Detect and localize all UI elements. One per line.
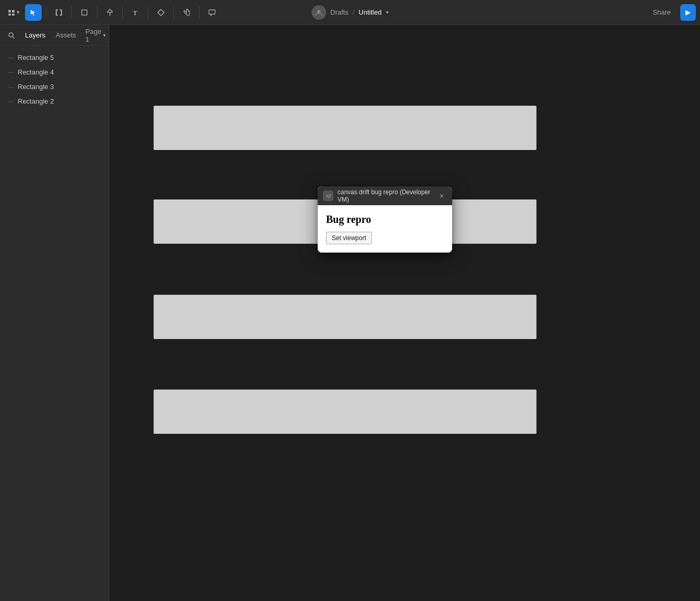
breadcrumb-parent[interactable]: Drafts	[330, 8, 348, 16]
breadcrumb-separator: /	[353, 8, 355, 16]
svg-rect-1	[12, 10, 15, 12]
toolbar-divider-2	[71, 6, 72, 19]
page-chevron-icon: ▾	[103, 32, 106, 38]
sidebar-tabs: Layers Assets Page 1 ▾	[0, 25, 109, 46]
layer-item-rectangle2[interactable]: — Rectangle 2	[0, 94, 109, 108]
layer-item-rectangle3[interactable]: — Rectangle 3	[0, 79, 109, 94]
layer-label: Rectangle 5	[18, 54, 54, 61]
popup-panel: </ canvas drift bug repro (Developer VM)…	[318, 186, 452, 253]
avatar	[311, 5, 326, 20]
frame-tool-button[interactable]	[51, 4, 67, 21]
toolbar-divider-1	[46, 6, 46, 19]
svg-rect-2	[8, 14, 11, 16]
set-viewport-button[interactable]: Set viewport	[326, 232, 372, 244]
canvas-rectangle-1	[154, 106, 536, 150]
tab-layers[interactable]: Layers	[21, 29, 49, 41]
canvas-rectangle-3	[154, 295, 536, 339]
toolbar-left: ▾	[4, 4, 220, 21]
popup-icon-text: </	[326, 193, 331, 199]
toolbar-divider-5	[148, 6, 148, 19]
pen-tool-button[interactable]	[102, 4, 118, 21]
popup-body: Bug repro Set viewport	[318, 205, 452, 253]
canvas-area[interactable]: </ canvas drift bug repro (Developer VM)…	[109, 25, 700, 601]
layer-dash-icon: —	[8, 69, 14, 75]
svg-rect-3	[12, 14, 15, 16]
toolbar-divider-7	[199, 6, 199, 19]
breadcrumb: Drafts / Untitled ▾	[311, 5, 388, 20]
toolbar-right: Share ▶	[647, 4, 696, 21]
popup-header: </ canvas drift bug repro (Developer VM)…	[318, 186, 452, 205]
layer-label: Rectangle 4	[18, 68, 54, 76]
shape-tool-button[interactable]	[76, 4, 93, 21]
main-menu-button[interactable]: ▾	[4, 4, 23, 21]
toolbar: ▾	[0, 0, 700, 25]
layers-list: — Rectangle 5 — Rectangle 4 — Rectangle …	[0, 46, 109, 112]
layer-label: Rectangle 2	[18, 97, 54, 105]
main-layout: Layers Assets Page 1 ▾ — Rectangle 5 — R…	[0, 25, 700, 601]
share-button[interactable]: Share	[647, 4, 676, 21]
svg-rect-10	[82, 10, 87, 15]
title-chevron-icon[interactable]: ▾	[386, 9, 389, 15]
toolbar-divider-3	[97, 6, 97, 19]
component-tool-button[interactable]	[153, 4, 169, 21]
layer-dash-icon: —	[8, 55, 14, 60]
toolbar-divider-6	[173, 6, 174, 19]
popup-header-title: canvas drift bug repro (Developer VM)	[338, 189, 432, 203]
comment-tool-button[interactable]	[204, 4, 220, 21]
sidebar: Layers Assets Page 1 ▾ — Rectangle 5 — R…	[0, 25, 109, 601]
popup-header-icon: </	[323, 191, 333, 201]
page-tab-label: Page 1	[85, 28, 101, 43]
select-tool-button[interactable]	[25, 4, 42, 21]
svg-rect-9	[61, 9, 62, 16]
popup-close-button[interactable]: ×	[436, 191, 447, 201]
svg-rect-0	[8, 10, 11, 12]
layer-dash-icon: —	[8, 98, 14, 104]
hand-tool-button[interactable]	[178, 4, 195, 21]
svg-point-12	[317, 10, 320, 13]
canvas-rectangle-4	[154, 390, 536, 434]
close-icon: ×	[440, 192, 444, 200]
present-button[interactable]: ▶	[680, 4, 696, 21]
layer-label: Rectangle 3	[18, 83, 54, 91]
svg-text:T: T	[133, 9, 138, 17]
layer-item-rectangle5[interactable]: — Rectangle 5	[0, 50, 109, 65]
layer-item-rectangle4[interactable]: — Rectangle 4	[0, 65, 109, 79]
svg-rect-8	[56, 9, 57, 16]
text-tool-button[interactable]: T	[127, 4, 144, 21]
layer-dash-icon: —	[8, 84, 14, 90]
document-title: Untitled	[359, 8, 382, 16]
page-tab[interactable]: Page 1 ▾	[82, 26, 109, 45]
popup-heading: Bug repro	[326, 214, 444, 226]
search-icon[interactable]	[4, 28, 19, 43]
toolbar-divider-4	[122, 6, 123, 19]
tab-assets[interactable]: Assets	[52, 29, 80, 41]
